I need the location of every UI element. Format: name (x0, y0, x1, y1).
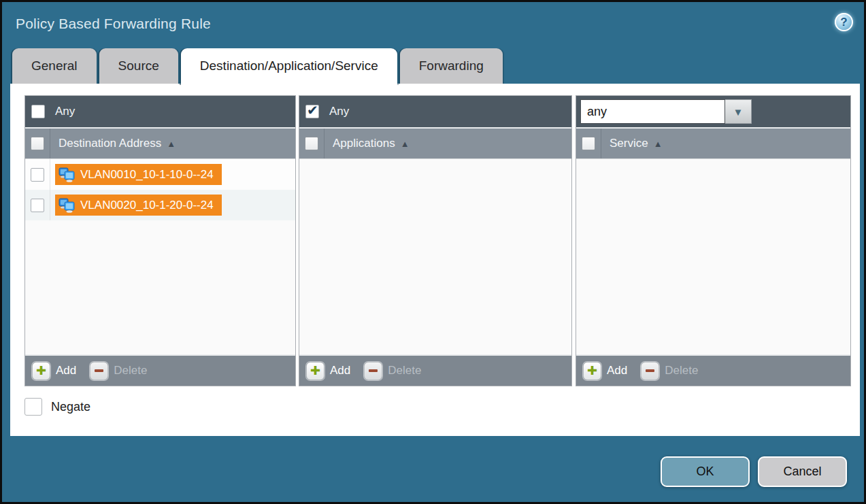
negate-checkbox[interactable] (24, 398, 42, 416)
service-select-all-checkbox[interactable] (582, 137, 595, 150)
delete-icon[interactable] (364, 362, 382, 380)
dialog-title: Policy Based Forwarding Rule (16, 16, 211, 32)
table-row[interactable]: VLAN0010_10-1-10-0--24 (25, 159, 295, 190)
address-object-vlan0010[interactable]: VLAN0010_10-1-10-0--24 (55, 164, 222, 185)
destination-any-bar: Any (25, 96, 295, 129)
destination-any-label: Any (55, 105, 75, 118)
service-panel: any ▼ Service ▲ ✚ Add Delete (576, 95, 851, 386)
delete-icon[interactable] (90, 362, 108, 380)
service-delete-button[interactable]: Delete (665, 364, 698, 377)
applications-list (299, 159, 571, 354)
applications-footer: ✚ Add Delete (299, 354, 571, 386)
destination-address-list: VLAN0010_10-1-10-0--24 VLAN00 (25, 159, 295, 354)
applications-select-all-cell (299, 129, 324, 158)
table-row[interactable]: VLAN0020_10-1-20-0--24 (25, 190, 295, 220)
service-list (576, 159, 850, 354)
applications-delete-button[interactable]: Delete (388, 364, 421, 377)
tab-content-area: Any Destination Address ▲ (10, 84, 860, 436)
help-icon[interactable]: ? (835, 13, 853, 31)
tab-forwarding[interactable]: Forwarding (400, 48, 503, 84)
destination-address-column-header[interactable]: Destination Address ▲ (25, 129, 295, 159)
service-header-label: Service (610, 137, 648, 150)
destination-address-panel: Any Destination Address ▲ (24, 95, 296, 386)
service-select-all-cell (576, 129, 601, 158)
service-dropdown-button[interactable]: ▼ (725, 99, 752, 124)
cancel-button[interactable]: Cancel (758, 456, 847, 487)
destination-address-header-label: Destination Address (59, 137, 161, 150)
row-checkbox[interactable] (31, 199, 44, 212)
service-column-header[interactable]: Service ▲ (576, 129, 850, 159)
tab-strip: General Source Destination/Application/S… (12, 48, 505, 85)
sort-ascending-icon[interactable]: ▲ (167, 139, 176, 149)
negate-row: Negate (24, 398, 90, 416)
destination-select-all-cell (25, 129, 50, 158)
row-check-cell (25, 190, 50, 220)
destination-footer: ✚ Add Delete (25, 354, 295, 386)
applications-any-label: Any (329, 105, 349, 118)
applications-panel: Any Applications ▲ ✚ Add Delete (299, 95, 572, 386)
applications-any-checkbox[interactable] (305, 105, 319, 118)
destination-select-all-checkbox[interactable] (31, 137, 44, 150)
address-object-vlan0020[interactable]: VLAN0020_10-1-20-0--24 (55, 195, 222, 216)
applications-add-button[interactable]: Add (330, 364, 350, 377)
delete-icon[interactable] (641, 362, 659, 380)
network-address-icon (58, 197, 76, 214)
address-object-label: VLAN0020_10-1-20-0--24 (80, 199, 214, 212)
service-dropdown-value[interactable]: any (580, 99, 725, 124)
network-address-icon (58, 167, 76, 183)
add-icon[interactable]: ✚ (306, 362, 324, 380)
address-object-label: VLAN0010_10-1-10-0--24 (80, 168, 214, 182)
applications-select-all-checkbox[interactable] (305, 137, 318, 150)
destination-add-button[interactable]: Add (56, 364, 76, 377)
tab-source[interactable]: Source (99, 48, 178, 84)
applications-header-label: Applications (333, 137, 395, 150)
row-check-cell (25, 159, 50, 190)
service-dropdown-bar: any ▼ (576, 96, 850, 129)
row-checkbox[interactable] (31, 168, 44, 182)
add-icon[interactable]: ✚ (32, 362, 50, 380)
tab-general[interactable]: General (12, 48, 97, 84)
add-icon[interactable]: ✚ (583, 362, 601, 380)
destination-delete-button[interactable]: Delete (114, 364, 147, 377)
negate-label: Negate (51, 400, 90, 414)
chevron-down-icon: ▼ (733, 106, 744, 118)
ok-button[interactable]: OK (661, 456, 750, 487)
applications-any-bar: Any (299, 96, 571, 129)
tab-destination-application-service[interactable]: Destination/Application/Service (181, 48, 397, 85)
service-add-button[interactable]: Add (607, 364, 627, 377)
applications-column-header[interactable]: Applications ▲ (299, 129, 571, 159)
sort-ascending-icon[interactable]: ▲ (654, 139, 663, 149)
service-dropdown[interactable]: any ▼ (580, 99, 752, 124)
service-footer: ✚ Add Delete (576, 354, 850, 386)
destination-any-checkbox[interactable] (31, 105, 45, 118)
sort-ascending-icon[interactable]: ▲ (401, 139, 410, 149)
